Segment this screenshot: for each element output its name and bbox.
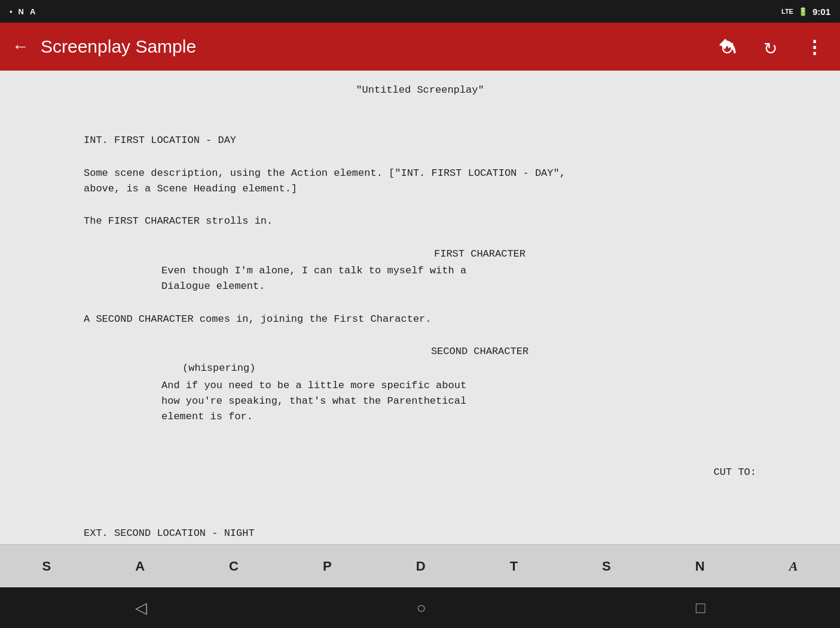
scene1-action1: Some scene description, using the Action… (84, 166, 756, 197)
undo-button[interactable]: ↺ (712, 27, 750, 67)
nav-back-button[interactable]: ◁ (111, 594, 171, 622)
toolbar-action-button[interactable]: A (126, 554, 154, 579)
app-icon-3: A (30, 7, 35, 16)
bottom-toolbar: S A C P D T S N A (0, 544, 840, 587)
char1-dialogue: Even though I'm alone, I can talk to mys… (84, 263, 756, 295)
toolbar-parenthetical-button[interactable]: P (313, 554, 341, 579)
screenplay-title: "Untitled Screenplay" (84, 83, 756, 98)
screenplay-content[interactable]: "Untitled Screenplay" INT. FIRST LOCATIO… (0, 71, 840, 544)
app-icon-2: N (19, 7, 24, 16)
char1-name: FIRST CHARACTER (84, 246, 756, 262)
more-icon: ⋮ (805, 37, 823, 57)
undo-icon: ↺ (717, 32, 746, 60)
app-title: Screenplay Sample (41, 36, 712, 57)
more-options-button[interactable]: ⋮ (801, 32, 828, 62)
status-bar: ▪ N A LTE 🔋 9:01 (0, 0, 840, 23)
nav-home-button[interactable]: ○ (393, 594, 450, 622)
toolbar-shot-button[interactable]: S (592, 554, 621, 579)
toolbar-transition-button[interactable]: T (500, 554, 527, 579)
back-button[interactable]: ← (12, 38, 29, 55)
char2-parenthetical: (whispering) (84, 361, 756, 376)
nav-recents-button[interactable]: □ (672, 594, 729, 622)
toolbar-scene-button[interactable]: S (33, 554, 61, 579)
nav-bar: ◁ ○ □ (0, 587, 840, 628)
svg-text:↺: ↺ (720, 39, 734, 58)
scene1-action3: A SECOND CHARACTER comes in, joining the… (84, 312, 756, 327)
status-bar-left: ▪ N A (10, 7, 35, 16)
app-bar-actions: ↺ ↻ ⋮ (712, 27, 828, 67)
app-icon-1: ▪ (10, 7, 13, 16)
scene1-action2: The FIRST CHARACTER strolls in. (84, 214, 756, 229)
transition-cutto: CUT TO: (84, 465, 756, 480)
toolbar-italic-button[interactable]: A (780, 554, 808, 579)
signal-indicator: LTE (781, 8, 793, 15)
redo-icon: ↻ (761, 32, 790, 60)
char2-dialogue: And if you need to be a little more spec… (84, 378, 756, 425)
status-bar-right: LTE 🔋 9:01 (781, 7, 830, 17)
toolbar-character-button[interactable]: C (219, 554, 248, 579)
scene1-heading: INT. FIRST LOCATION - DAY (84, 133, 756, 148)
redo-button[interactable]: ↻ (756, 27, 795, 67)
char2-name: SECOND CHARACTER (84, 344, 756, 359)
svg-text:↻: ↻ (763, 39, 777, 58)
toolbar-dialogue-button[interactable]: D (407, 554, 435, 579)
scene2-heading: EXT. SECOND LOCATION - NIGHT (84, 526, 756, 541)
time-display: 9:01 (812, 7, 830, 17)
toolbar-note-button[interactable]: N (686, 554, 714, 579)
content-area: "Untitled Screenplay" INT. FIRST LOCATIO… (0, 71, 840, 544)
app-bar: ← Screenplay Sample ↺ ↻ ⋮ (0, 23, 840, 71)
battery-icon: 🔋 (798, 7, 808, 16)
